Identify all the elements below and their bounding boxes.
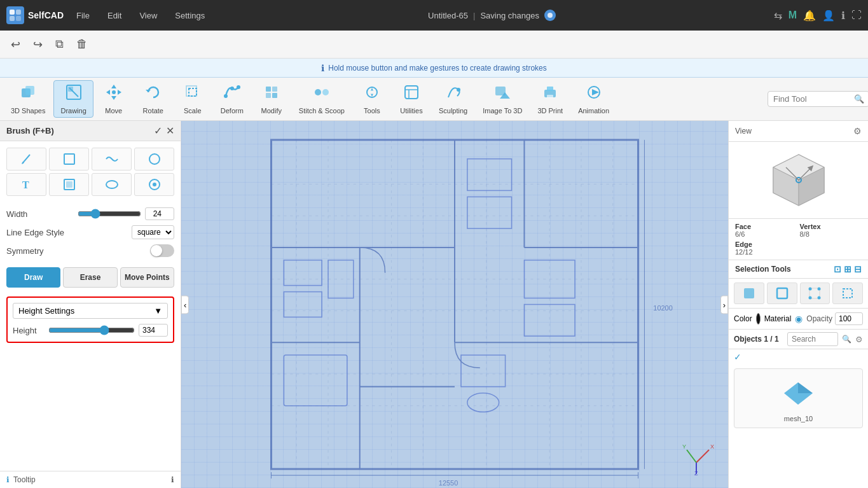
svg-point-107	[818, 296, 821, 300]
svg-rect-102	[777, 288, 787, 298]
svg-text:T: T	[22, 179, 29, 190]
svg-rect-6	[25, 86, 34, 95]
vertex-label: Vertex	[800, 223, 862, 230]
undo-button[interactable]: ↩	[5, 34, 26, 55]
deform-icon	[223, 83, 241, 105]
selection-tools-label: Selection Tools	[735, 265, 791, 274]
line-edge-select[interactable]: square round butt	[132, 225, 174, 239]
sel-vertex-btn[interactable]	[800, 282, 830, 304]
opacity-row: Opacity 100	[806, 312, 863, 325]
brush-wavy-btn[interactable]	[92, 148, 132, 171]
svg-marker-110	[798, 382, 813, 393]
find-tool-search-icon[interactable]: 🔍	[854, 94, 864, 104]
width-number[interactable]: 24	[145, 207, 174, 220]
objects-search-input[interactable]	[787, 332, 838, 346]
menu-edit[interactable]: Edit	[102, 8, 127, 23]
svg-rect-108	[843, 289, 852, 298]
tool-image-to-3d[interactable]: Image To 3D	[476, 80, 529, 118]
sel-icon-2[interactable]: ⊞	[844, 264, 851, 274]
tool-stitch[interactable]: Stitch & Scoop	[292, 80, 352, 118]
copy-button[interactable]: ⧉	[50, 34, 69, 54]
right-panel-gear-icon[interactable]: ⚙	[853, 126, 862, 136]
objects-gear-icon[interactable]: ⚙	[855, 335, 863, 344]
objects-search-icon[interactable]: 🔍	[842, 335, 851, 344]
svg-rect-43	[64, 154, 74, 164]
selection-type-buttons	[729, 279, 868, 309]
info-icon[interactable]: ℹ	[841, 10, 845, 22]
tool-tools[interactable]: Tools	[353, 80, 391, 118]
user-icon[interactable]: 👤	[822, 10, 835, 22]
svg-text:Y: Y	[682, 443, 686, 450]
tool-move[interactable]: Move	[95, 80, 133, 118]
tool-3d-shapes[interactable]: 3D Shapes	[4, 80, 52, 118]
sel-icon-1[interactable]: ⊡	[834, 264, 841, 274]
find-tool-input[interactable]	[768, 91, 868, 107]
symmetry-toggle[interactable]	[150, 244, 174, 257]
tool-3d-print[interactable]: 3D Print	[530, 80, 570, 118]
redo-button[interactable]: ↪	[27, 34, 48, 55]
menu-file[interactable]: File	[71, 8, 95, 23]
opacity-input[interactable]: 100	[835, 312, 863, 325]
brush-circle-outline-btn[interactable]	[134, 148, 174, 171]
tool-3d-print-label: 3D Print	[537, 107, 563, 115]
tool-deform[interactable]: Deform	[213, 80, 251, 118]
svg-text:12550: 12550	[439, 479, 458, 487]
svg-rect-37	[547, 87, 553, 91]
height-number[interactable]: 334	[139, 324, 168, 337]
sel-edge-btn[interactable]	[767, 282, 797, 304]
tool-rotate[interactable]: Rotate	[134, 80, 172, 118]
m-icon[interactable]: M	[789, 10, 797, 21]
share-icon[interactable]: ⇆	[774, 10, 782, 22]
tool-sculpting[interactable]: Sculpting	[432, 80, 474, 118]
panel-check-icon[interactable]: ✓	[154, 125, 162, 137]
edge-item: Edge 12/12	[735, 241, 797, 256]
sel-icon-3[interactable]: ⊟	[854, 264, 862, 274]
tool-utilities[interactable]: Utilities	[392, 80, 431, 118]
menu-view[interactable]: View	[134, 8, 162, 23]
collapse-right-button[interactable]: ›	[720, 295, 728, 314]
brush-text-btn[interactable]: T	[6, 173, 46, 196]
top-icons: ⇆ M 🔔 👤 ℹ ⛶	[774, 10, 862, 22]
object-list-item[interactable]: mesh_10	[734, 368, 863, 428]
material-icon[interactable]: ◉	[795, 314, 803, 324]
brush-rect-outline-btn[interactable]	[49, 148, 89, 171]
collapse-left-button[interactable]: ‹	[181, 295, 189, 314]
svg-rect-1	[16, 10, 21, 15]
width-slider[interactable]	[78, 209, 141, 219]
sel-face-btn[interactable]	[734, 282, 764, 304]
height-label: Height	[13, 326, 45, 335]
brush-pencil-btn[interactable]	[6, 148, 46, 171]
color-swatch[interactable]	[756, 313, 761, 324]
color-label: Color	[734, 314, 752, 323]
brush-oval-outline-btn[interactable]	[92, 173, 132, 196]
objects-label: Objects 1 / 1	[734, 335, 783, 344]
tool-modify[interactable]: Modify	[252, 80, 291, 118]
delete-button[interactable]: 🗑	[71, 34, 93, 54]
topbar: SelfCAD File Edit View Settings Untitled…	[0, 0, 868, 31]
symmetry-row: Symmetry	[6, 244, 174, 257]
bell-icon[interactable]: 🔔	[803, 10, 816, 22]
erase-button[interactable]: Erase	[63, 267, 117, 288]
object-check-icon[interactable]: ✓	[734, 352, 741, 362]
svg-point-26	[322, 89, 329, 95]
svg-marker-13	[118, 90, 121, 95]
tool-animation[interactable]: Animation	[571, 80, 616, 118]
height-settings-dropdown[interactable]: Height Settings ▼	[13, 303, 168, 319]
tool-rotate-label: Rotate	[143, 107, 163, 115]
sel-box-btn[interactable]	[832, 282, 863, 304]
height-row: Height 334	[13, 324, 168, 337]
menu-settings[interactable]: Settings	[170, 8, 210, 23]
height-slider[interactable]	[48, 325, 135, 335]
tool-drawing[interactable]: Drawing	[53, 80, 93, 118]
panel-close-icon[interactable]: ✕	[166, 125, 174, 137]
brush-rect-filled-btn[interactable]	[49, 173, 89, 196]
svg-point-20	[237, 85, 240, 89]
tool-scale[interactable]: Scale	[174, 80, 212, 118]
move-points-button[interactable]: Move Points	[120, 267, 174, 288]
svg-rect-63	[467, 159, 512, 191]
svg-marker-29	[371, 94, 373, 97]
canvas-area[interactable]: 12550 10200 ‹ › X	[181, 121, 728, 488]
fullscreen-icon[interactable]: ⛶	[851, 10, 862, 21]
brush-circle-dot-btn[interactable]	[134, 173, 174, 196]
draw-button[interactable]: Draw	[6, 267, 60, 288]
